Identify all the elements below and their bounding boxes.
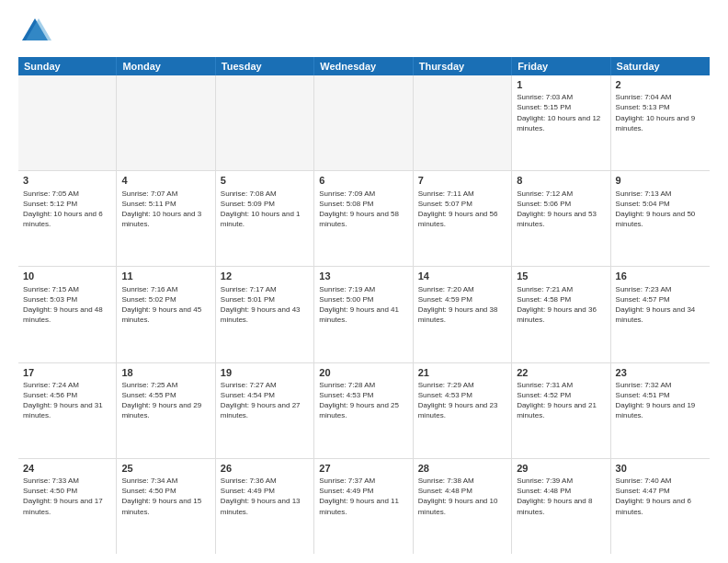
day-number-28: 28: [418, 462, 506, 475]
day-number-7: 7: [418, 174, 506, 187]
calendar-header: SundayMondayTuesdayWednesdayThursdayFrid…: [18, 57, 710, 75]
day-cell-16: 16Sunrise: 7:23 AM Sunset: 4:57 PM Dayli…: [611, 267, 710, 362]
day-cell-11: 11Sunrise: 7:16 AM Sunset: 5:02 PM Dayli…: [117, 267, 215, 362]
day-cell-4: 4Sunrise: 7:07 AM Sunset: 5:11 PM Daylig…: [117, 171, 215, 266]
day-info-8: Sunrise: 7:12 AM Sunset: 5:06 PM Dayligh…: [517, 189, 605, 230]
day-cell-26: 26Sunrise: 7:36 AM Sunset: 4:49 PM Dayli…: [216, 459, 314, 554]
day-info-10: Sunrise: 7:15 AM Sunset: 5:03 PM Dayligh…: [23, 284, 111, 326]
page: SundayMondayTuesdayWednesdayThursdayFrid…: [0, 0, 728, 563]
calendar-body: 1Sunrise: 7:03 AM Sunset: 5:15 PM Daylig…: [18, 75, 710, 554]
day-number-20: 20: [319, 366, 407, 379]
weekday-header-thursday: Thursday: [414, 57, 512, 75]
day-info-16: Sunrise: 7:23 AM Sunset: 4:57 PM Dayligh…: [616, 284, 705, 326]
day-info-3: Sunrise: 7:05 AM Sunset: 5:12 PM Dayligh…: [23, 189, 111, 230]
day-cell-24: 24Sunrise: 7:33 AM Sunset: 4:50 PM Dayli…: [18, 459, 117, 554]
day-info-12: Sunrise: 7:17 AM Sunset: 5:01 PM Dayligh…: [221, 284, 309, 326]
day-cell-13: 13Sunrise: 7:19 AM Sunset: 5:00 PM Dayli…: [314, 267, 413, 362]
day-number-15: 15: [517, 270, 605, 282]
day-number-3: 3: [23, 174, 111, 187]
day-cell-9: 9Sunrise: 7:13 AM Sunset: 5:04 PM Daylig…: [611, 171, 710, 266]
day-cell-10: 10Sunrise: 7:15 AM Sunset: 5:03 PM Dayli…: [18, 267, 117, 362]
weekday-header-tuesday: Tuesday: [216, 57, 314, 75]
day-number-27: 27: [319, 462, 407, 475]
weekday-header-wednesday: Wednesday: [314, 57, 413, 75]
day-info-9: Sunrise: 7:13 AM Sunset: 5:04 PM Dayligh…: [616, 189, 705, 230]
empty-cell-r0c4: [414, 75, 512, 170]
weekday-header-saturday: Saturday: [611, 57, 710, 75]
day-info-21: Sunrise: 7:29 AM Sunset: 4:53 PM Dayligh…: [418, 380, 506, 421]
day-cell-8: 8Sunrise: 7:12 AM Sunset: 5:06 PM Daylig…: [512, 171, 610, 266]
day-cell-27: 27Sunrise: 7:37 AM Sunset: 4:49 PM Dayli…: [314, 459, 413, 554]
day-info-29: Sunrise: 7:39 AM Sunset: 4:48 PM Dayligh…: [517, 476, 605, 517]
day-info-23: Sunrise: 7:32 AM Sunset: 4:51 PM Dayligh…: [616, 380, 705, 421]
day-number-30: 30: [616, 462, 705, 475]
header: [18, 15, 710, 48]
empty-cell-r0c1: [117, 75, 215, 170]
day-number-14: 14: [418, 270, 506, 282]
day-info-15: Sunrise: 7:21 AM Sunset: 4:58 PM Dayligh…: [517, 284, 605, 326]
day-cell-17: 17Sunrise: 7:24 AM Sunset: 4:56 PM Dayli…: [18, 363, 117, 458]
day-cell-14: 14Sunrise: 7:20 AM Sunset: 4:59 PM Dayli…: [414, 267, 512, 362]
day-cell-22: 22Sunrise: 7:31 AM Sunset: 4:52 PM Dayli…: [512, 363, 610, 458]
day-cell-29: 29Sunrise: 7:39 AM Sunset: 4:48 PM Dayli…: [512, 459, 610, 554]
day-info-25: Sunrise: 7:34 AM Sunset: 4:50 PM Dayligh…: [121, 476, 210, 517]
day-number-11: 11: [121, 270, 210, 282]
day-cell-5: 5Sunrise: 7:08 AM Sunset: 5:09 PM Daylig…: [216, 171, 314, 266]
day-info-27: Sunrise: 7:37 AM Sunset: 4:49 PM Dayligh…: [319, 476, 407, 517]
weekday-header-monday: Monday: [117, 57, 215, 75]
day-cell-21: 21Sunrise: 7:29 AM Sunset: 4:53 PM Dayli…: [414, 363, 512, 458]
day-cell-12: 12Sunrise: 7:17 AM Sunset: 5:01 PM Dayli…: [216, 267, 314, 362]
day-info-6: Sunrise: 7:09 AM Sunset: 5:08 PM Dayligh…: [319, 189, 407, 230]
day-cell-18: 18Sunrise: 7:25 AM Sunset: 4:55 PM Dayli…: [117, 363, 215, 458]
day-cell-25: 25Sunrise: 7:34 AM Sunset: 4:50 PM Dayli…: [117, 459, 215, 554]
day-info-2: Sunrise: 7:04 AM Sunset: 5:13 PM Dayligh…: [616, 92, 705, 133]
calendar-row-5: 24Sunrise: 7:33 AM Sunset: 4:50 PM Dayli…: [18, 459, 710, 554]
day-cell-28: 28Sunrise: 7:38 AM Sunset: 4:48 PM Dayli…: [414, 459, 512, 554]
day-number-9: 9: [616, 174, 705, 187]
empty-cell-r0c2: [216, 75, 314, 170]
calendar: SundayMondayTuesdayWednesdayThursdayFrid…: [18, 57, 710, 554]
day-cell-23: 23Sunrise: 7:32 AM Sunset: 4:51 PM Dayli…: [611, 363, 710, 458]
day-number-10: 10: [23, 270, 111, 282]
empty-cell-r0c3: [314, 75, 413, 170]
logo-icon: [18, 15, 51, 48]
weekday-header-friday: Friday: [512, 57, 610, 75]
day-cell-20: 20Sunrise: 7:28 AM Sunset: 4:53 PM Dayli…: [314, 363, 413, 458]
day-cell-1: 1Sunrise: 7:03 AM Sunset: 5:15 PM Daylig…: [512, 75, 610, 170]
day-number-25: 25: [121, 462, 210, 475]
calendar-row-4: 17Sunrise: 7:24 AM Sunset: 4:56 PM Dayli…: [18, 363, 710, 459]
logo: [18, 15, 57, 48]
calendar-row-2: 3Sunrise: 7:05 AM Sunset: 5:12 PM Daylig…: [18, 171, 710, 267]
day-cell-15: 15Sunrise: 7:21 AM Sunset: 4:58 PM Dayli…: [512, 267, 610, 362]
day-info-26: Sunrise: 7:36 AM Sunset: 4:49 PM Dayligh…: [221, 476, 309, 517]
calendar-row-1: 1Sunrise: 7:03 AM Sunset: 5:15 PM Daylig…: [18, 75, 710, 171]
day-number-24: 24: [23, 462, 111, 475]
weekday-header-sunday: Sunday: [18, 57, 117, 75]
day-number-16: 16: [616, 270, 705, 282]
day-cell-6: 6Sunrise: 7:09 AM Sunset: 5:08 PM Daylig…: [314, 171, 413, 266]
day-number-12: 12: [221, 270, 309, 282]
day-number-2: 2: [616, 78, 705, 91]
day-number-26: 26: [221, 462, 309, 475]
day-info-28: Sunrise: 7:38 AM Sunset: 4:48 PM Dayligh…: [418, 476, 506, 517]
day-info-4: Sunrise: 7:07 AM Sunset: 5:11 PM Dayligh…: [121, 189, 210, 230]
day-cell-7: 7Sunrise: 7:11 AM Sunset: 5:07 PM Daylig…: [414, 171, 512, 266]
day-info-7: Sunrise: 7:11 AM Sunset: 5:07 PM Dayligh…: [418, 189, 506, 230]
day-cell-3: 3Sunrise: 7:05 AM Sunset: 5:12 PM Daylig…: [18, 171, 117, 266]
day-number-29: 29: [517, 462, 605, 475]
day-number-18: 18: [121, 366, 210, 379]
day-number-8: 8: [517, 174, 605, 187]
day-info-14: Sunrise: 7:20 AM Sunset: 4:59 PM Dayligh…: [418, 284, 506, 326]
day-number-4: 4: [121, 174, 210, 187]
day-number-23: 23: [616, 366, 705, 379]
day-number-22: 22: [517, 366, 605, 379]
day-info-13: Sunrise: 7:19 AM Sunset: 5:00 PM Dayligh…: [319, 284, 407, 326]
day-number-6: 6: [319, 174, 407, 187]
day-info-22: Sunrise: 7:31 AM Sunset: 4:52 PM Dayligh…: [517, 380, 605, 421]
day-info-24: Sunrise: 7:33 AM Sunset: 4:50 PM Dayligh…: [23, 476, 111, 517]
day-number-13: 13: [319, 270, 407, 282]
day-cell-2: 2Sunrise: 7:04 AM Sunset: 5:13 PM Daylig…: [611, 75, 710, 170]
day-info-1: Sunrise: 7:03 AM Sunset: 5:15 PM Dayligh…: [517, 92, 605, 133]
day-cell-19: 19Sunrise: 7:27 AM Sunset: 4:54 PM Dayli…: [216, 363, 314, 458]
day-number-19: 19: [221, 366, 309, 379]
